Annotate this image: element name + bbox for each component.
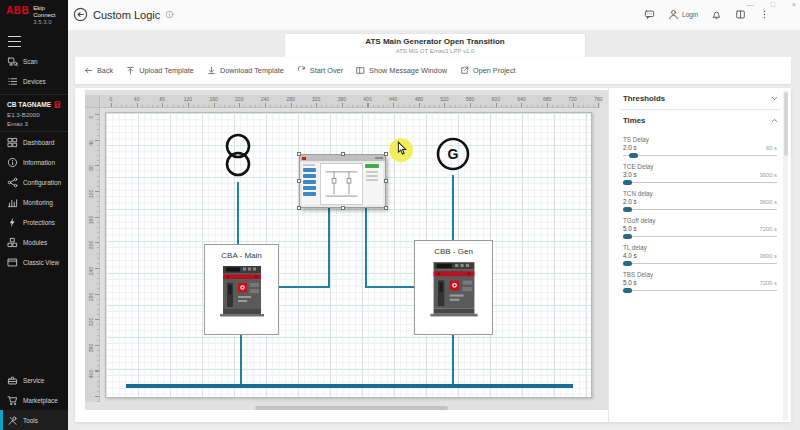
- ruler-y-tick: 320: [88, 316, 94, 328]
- line-controller-right-vertical: [365, 208, 367, 288]
- line-generator-to-cbb: [452, 175, 454, 240]
- ruler-y-tick: 360: [88, 342, 94, 354]
- download-template-label: Download Template: [220, 66, 284, 75]
- back-circle-icon[interactable]: [73, 7, 88, 22]
- more-options-button[interactable]: [759, 9, 770, 20]
- manual-button[interactable]: [735, 9, 746, 20]
- sidebar-item-protections[interactable]: Protections: [0, 212, 68, 232]
- sidebar-item-service[interactable]: Service: [0, 370, 68, 390]
- sidebar-item-monitoring[interactable]: Monitoring: [0, 192, 68, 212]
- selection-handle[interactable]: [297, 152, 301, 156]
- slider-track-tcn-delay[interactable]: [623, 209, 777, 210]
- selection-handle[interactable]: [341, 206, 345, 210]
- slider-max: 7200 s: [760, 280, 777, 286]
- line-transformer-to-cba: [237, 182, 239, 244]
- slider-handle-tcn-delay[interactable]: [623, 207, 632, 212]
- template-title-card: ATS Main Generator Open Transition ATS M…: [285, 34, 585, 57]
- maximize-button[interactable]: □: [771, 1, 775, 9]
- selection-handle[interactable]: [384, 152, 388, 156]
- embedded-screenshot-object[interactable]: [299, 154, 386, 208]
- sidebar-item-configuration[interactable]: Configuration: [0, 172, 68, 192]
- line-controller-right-horizontal: [365, 286, 414, 288]
- selection-handle[interactable]: [384, 206, 388, 210]
- manual-icon: [735, 9, 746, 20]
- sidebar-item-information[interactable]: Information: [0, 152, 68, 172]
- toolbar: BackUpload TemplateDownload TemplateStar…: [75, 57, 791, 84]
- sidebar-item-label: Dashboard: [23, 139, 54, 146]
- feedback-button[interactable]: [644, 9, 655, 20]
- selection-handle[interactable]: [297, 179, 301, 183]
- sidebar-item-label: Marketplace: [23, 397, 58, 404]
- device-block[interactable]: CB TAGNAME E1.3-B2000 Emax 3: [0, 94, 68, 132]
- slider-tgoff-delay: TGoff delay5.0 s7200 s: [623, 217, 777, 244]
- ruler-y-tick: 400: [88, 368, 94, 380]
- topbar: Custom Logic Login —□×: [68, 0, 800, 30]
- notifications-button[interactable]: [711, 9, 722, 20]
- show-message-window-label: Show Message Window: [369, 66, 447, 75]
- miniwindow-diagram: [320, 163, 363, 205]
- sliders-list: TS Delay2.0 s60 sTCE Delay3.0 s3600 sTCN…: [609, 131, 791, 298]
- selection-handle[interactable]: [384, 179, 388, 183]
- sidebar-item-devices[interactable]: Devices: [0, 71, 68, 91]
- section-thresholds[interactable]: Thresholds: [609, 88, 791, 109]
- selection-handle[interactable]: [341, 152, 345, 156]
- sidebar-item-label: Monitoring: [23, 199, 53, 206]
- app-window: ABB Ekip Connect 3.5.3.0 ScanDevices CB …: [0, 0, 800, 430]
- slider-handle-tbs-delay[interactable]: [623, 288, 632, 293]
- node-cbb-label: CBB - Gen: [415, 247, 492, 256]
- slider-track-tl-delay[interactable]: [623, 263, 777, 264]
- line-cba-to-bus: [240, 335, 242, 384]
- sidebar-item-marketplace[interactable]: Marketplace: [0, 390, 68, 410]
- diagram-page[interactable]: G CBA - Main CBB - Gen: [105, 112, 592, 398]
- minimize-button[interactable]: —: [747, 1, 754, 9]
- sidebar-item-classic-view[interactable]: Classic View: [0, 252, 68, 272]
- sidebar-nav-main: DashboardInformationConfigurationMonitor…: [0, 132, 68, 272]
- back-button[interactable]: Back: [84, 66, 113, 75]
- open-project-button[interactable]: Open Project: [460, 66, 516, 75]
- sidebar-item-scan[interactable]: Scan: [0, 51, 68, 71]
- slider-track-tce-delay[interactable]: [623, 182, 777, 183]
- download-template-button[interactable]: Download Template: [207, 66, 284, 75]
- sidebar-item-dashboard[interactable]: Dashboard: [0, 132, 68, 152]
- slider-track-ts-delay[interactable]: [623, 155, 777, 156]
- panel-scrollbar-thumb[interactable]: [784, 92, 788, 156]
- generator-symbol[interactable]: G: [434, 136, 472, 176]
- bus-bar: [126, 384, 573, 388]
- canvas-horizontal-scrollbar[interactable]: [255, 406, 448, 410]
- slider-max: 3600 s: [760, 253, 777, 259]
- slider-track-tgoff-delay[interactable]: [623, 236, 777, 237]
- selection-handle[interactable]: [297, 206, 301, 210]
- sidebar-item-label: Tools: [23, 417, 38, 424]
- chevron-up-icon: [770, 116, 779, 125]
- login-button[interactable]: Login: [668, 9, 698, 20]
- transformer-symbol[interactable]: [220, 133, 256, 179]
- panel-scrollbar[interactable]: [783, 90, 788, 420]
- breaker-image-cba: [219, 263, 265, 317]
- slider-handle-tce-delay[interactable]: [623, 180, 632, 185]
- ruler-y-tick: 0: [88, 111, 94, 123]
- section-times[interactable]: Times: [609, 110, 791, 131]
- slider-track-tbs-delay[interactable]: [623, 290, 777, 291]
- slider-handle-tl-delay[interactable]: [623, 261, 632, 266]
- close-button[interactable]: ×: [792, 1, 796, 9]
- upload-template-button[interactable]: Upload Template: [126, 66, 194, 75]
- node-cba-main[interactable]: CBA - Main: [204, 244, 279, 335]
- sidebar-item-modules[interactable]: Modules: [0, 232, 68, 252]
- slider-handle-tgoff-delay[interactable]: [623, 234, 632, 239]
- slider-value: 2.0 s: [623, 144, 777, 151]
- info-icon[interactable]: [165, 10, 174, 19]
- sidebar-item-tools[interactable]: Tools: [0, 410, 68, 430]
- sidebar: ABB Ekip Connect 3.5.3.0 ScanDevices CB …: [0, 0, 68, 430]
- miniwindow-logo: [302, 157, 306, 160]
- slider-handle-ts-delay[interactable]: [629, 153, 638, 158]
- breaker-image-cbb: [429, 259, 479, 317]
- show-message-window-button[interactable]: Show Message Window: [356, 66, 447, 75]
- ruler-vertical: 04080120160200240280320360400: [85, 108, 100, 402]
- ruler-x-tick: 200: [235, 96, 243, 102]
- slider-label: TGoff delay: [623, 217, 777, 224]
- line-controller-left-vertical: [328, 208, 330, 288]
- start-over-button[interactable]: Start Over: [297, 66, 343, 75]
- protections-icon: [7, 217, 18, 228]
- node-cbb-gen[interactable]: CBB - Gen: [414, 240, 493, 335]
- menu-icon[interactable]: [8, 36, 21, 47]
